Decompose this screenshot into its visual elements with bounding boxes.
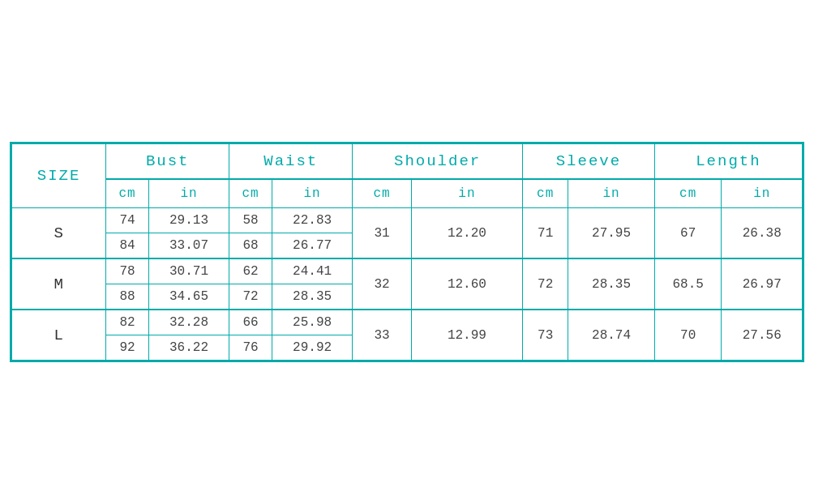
table-cell: 84	[106, 233, 149, 259]
table-cell: 28.35	[272, 284, 352, 310]
waist-header: Waist	[229, 144, 353, 180]
size-chart: SIZE Bust Waist Shoulder Sleeve Length c…	[10, 142, 804, 362]
length-in-value: 26.97	[722, 258, 803, 310]
table-cell: 22.83	[272, 208, 352, 233]
size-value: L	[12, 310, 106, 361]
shoulder-cm-label: cm	[353, 179, 412, 208]
shoulder-in-value: 12.60	[411, 258, 522, 310]
shoulder-in-label: in	[411, 179, 522, 208]
header-sub-row: cm in cm in cm in cm in cm in	[12, 179, 803, 208]
length-cm-label: cm	[654, 179, 722, 208]
table-cell: 62	[229, 258, 272, 284]
length-in-label: in	[722, 179, 803, 208]
size-value: S	[12, 208, 106, 259]
length-header: Length	[654, 144, 802, 180]
table-cell: 88	[106, 284, 149, 310]
bust-header: Bust	[106, 144, 229, 180]
table-cell: 24.41	[272, 258, 352, 284]
sleeve-in-value: 28.74	[568, 310, 655, 361]
sleeve-header: Sleeve	[522, 144, 654, 180]
table-row: S7429.135822.833112.207127.956726.38	[12, 208, 803, 233]
table-row: M7830.716224.413212.607228.3568.526.97	[12, 258, 803, 284]
table-cell: 32.28	[148, 310, 229, 335]
shoulder-in-value: 12.99	[411, 310, 522, 361]
table-cell: 68	[229, 233, 272, 259]
shoulder-in-value: 12.20	[411, 208, 522, 259]
table-cell: 33.07	[148, 233, 229, 259]
bust-cm-label: cm	[106, 179, 149, 208]
sleeve-in-label: in	[568, 179, 655, 208]
table-cell: 26.77	[272, 233, 352, 259]
waist-cm-label: cm	[229, 179, 272, 208]
sleeve-cm-value: 72	[522, 258, 568, 310]
table-cell: 30.71	[148, 258, 229, 284]
header-main-row: SIZE Bust Waist Shoulder Sleeve Length	[12, 144, 803, 180]
table-cell: 34.65	[148, 284, 229, 310]
length-in-value: 27.56	[722, 310, 803, 361]
size-header: SIZE	[12, 144, 106, 208]
shoulder-header: Shoulder	[353, 144, 523, 180]
table-cell: 29.13	[148, 208, 229, 233]
table-cell: 72	[229, 284, 272, 310]
length-in-value: 26.38	[722, 208, 803, 259]
table-cell: 82	[106, 310, 149, 335]
length-cm-value: 67	[654, 208, 722, 259]
sleeve-cm-label: cm	[522, 179, 568, 208]
sleeve-in-value: 27.95	[568, 208, 655, 259]
size-value: M	[12, 258, 106, 310]
sleeve-in-value: 28.35	[568, 258, 655, 310]
shoulder-cm-value: 32	[353, 258, 412, 310]
sleeve-cm-value: 73	[522, 310, 568, 361]
waist-in-label: in	[272, 179, 352, 208]
shoulder-cm-value: 33	[353, 310, 412, 361]
bust-in-label: in	[148, 179, 229, 208]
table-cell: 29.92	[272, 335, 352, 361]
sleeve-cm-value: 71	[522, 208, 568, 259]
table-cell: 25.98	[272, 310, 352, 335]
table-cell: 36.22	[148, 335, 229, 361]
table-cell: 74	[106, 208, 149, 233]
length-cm-value: 70	[654, 310, 722, 361]
table-row: L8232.286625.983312.997328.747027.56	[12, 310, 803, 335]
table-cell: 66	[229, 310, 272, 335]
table-cell: 76	[229, 335, 272, 361]
table-cell: 78	[106, 258, 149, 284]
table-cell: 92	[106, 335, 149, 361]
length-cm-value: 68.5	[654, 258, 722, 310]
shoulder-cm-value: 31	[353, 208, 412, 259]
table-cell: 58	[229, 208, 272, 233]
